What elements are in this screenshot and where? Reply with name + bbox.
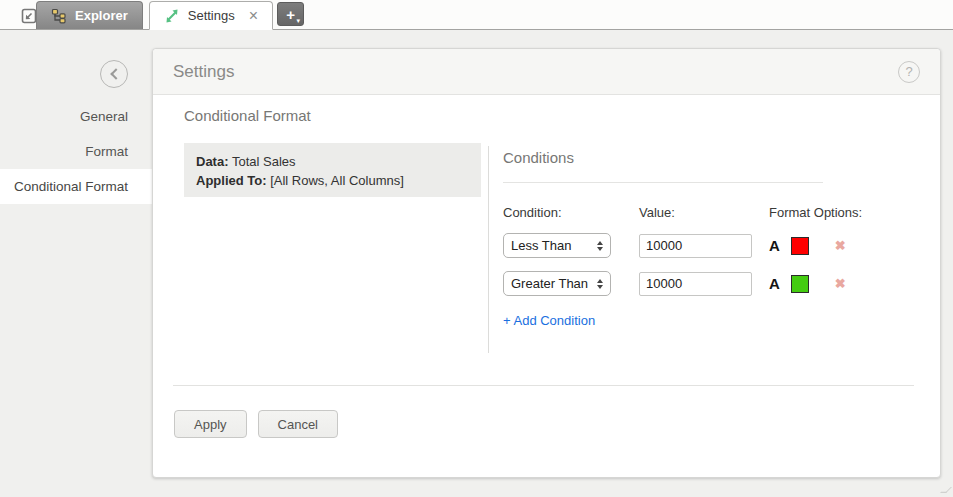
- summary-data-label: Data:: [196, 154, 229, 169]
- detach-window-icon: [21, 8, 37, 24]
- color-swatch[interactable]: [791, 237, 809, 255]
- delete-condition-icon[interactable]: ✖: [835, 238, 846, 253]
- back-button[interactable]: [100, 60, 128, 88]
- panel-header: Settings ?: [153, 49, 940, 95]
- settings-nav: General Format Conditional Format: [0, 99, 152, 204]
- add-condition-link[interactable]: + Add Condition: [503, 313, 913, 328]
- tab-bar: Explorer Settings × + ▾: [0, 0, 953, 30]
- chevron-down-icon: ▾: [297, 17, 301, 24]
- conditional-format-summary[interactable]: Data: Total Sales Applied To: [All Rows,…: [184, 143, 481, 197]
- detach-window-icon[interactable]: [20, 7, 37, 24]
- apply-button[interactable]: Apply: [174, 410, 247, 438]
- footer-divider: [173, 385, 914, 386]
- summary-applied-line: Applied To: [All Rows, All Columns]: [196, 171, 469, 190]
- close-tab-icon[interactable]: ×: [249, 8, 258, 24]
- condition-select[interactable]: Greater Than: [503, 271, 611, 296]
- sidebar-item-conditional-format[interactable]: Conditional Format: [0, 169, 152, 204]
- hierarchy-icon: [51, 8, 67, 24]
- page-title: Settings: [173, 62, 234, 82]
- value-cell: [639, 272, 769, 296]
- sidebar-item-format[interactable]: Format: [0, 134, 152, 169]
- conditions-title: Conditions: [503, 149, 913, 166]
- tab-settings-label: Settings: [188, 8, 235, 23]
- font-format-button[interactable]: A: [769, 237, 780, 254]
- condition-select[interactable]: Less Than: [503, 233, 611, 258]
- expand-arrows-icon: [164, 8, 180, 24]
- font-format-button[interactable]: A: [769, 275, 780, 292]
- value-cell: [639, 234, 769, 258]
- chevron-left-icon: [110, 68, 121, 79]
- conditions-grid: Condition: Value: Format Options: Less T…: [503, 205, 913, 296]
- footer-buttons: Apply Cancel: [174, 410, 338, 438]
- conditions-title-rule: [503, 182, 823, 183]
- cancel-button[interactable]: Cancel: [258, 410, 338, 438]
- select-stepper-icon: [597, 279, 603, 289]
- format-options-cell: A ✖: [769, 275, 913, 293]
- settings-panel: Settings ? Conditional Format Data: Tota…: [152, 48, 941, 478]
- value-column-label: Value:: [639, 205, 769, 220]
- vertical-divider: [488, 146, 489, 353]
- condition-value-input[interactable]: [639, 234, 752, 258]
- condition-value-input[interactable]: [639, 272, 752, 296]
- resize-handle-icon[interactable]: [940, 487, 952, 493]
- condition-select-value: Greater Than: [511, 276, 588, 291]
- conditions-section: Conditions Condition: Value: Format Opti…: [503, 149, 913, 328]
- condition-column-label: Condition:: [503, 205, 639, 220]
- select-stepper-icon: [597, 241, 603, 251]
- tab-explorer-label: Explorer: [75, 8, 128, 23]
- condition-select-value: Less Than: [511, 238, 571, 253]
- summary-applied-label: Applied To:: [196, 173, 267, 188]
- section-title: Conditional Format: [184, 107, 311, 124]
- summary-data-line: Data: Total Sales: [196, 152, 469, 171]
- plus-icon: +: [286, 7, 295, 22]
- help-icon[interactable]: ?: [898, 61, 920, 83]
- tab-explorer[interactable]: Explorer: [36, 1, 143, 29]
- summary-data-value: Total Sales: [232, 154, 296, 169]
- color-swatch[interactable]: [791, 275, 809, 293]
- tab-settings[interactable]: Settings ×: [149, 1, 273, 30]
- summary-applied-value: [All Rows, All Columns]: [270, 173, 404, 188]
- sidebar-item-general[interactable]: General: [0, 99, 152, 134]
- format-options-cell: A ✖: [769, 237, 913, 255]
- delete-condition-icon[interactable]: ✖: [835, 276, 846, 291]
- format-options-column-label: Format Options:: [769, 205, 913, 220]
- add-tab-button[interactable]: + ▾: [277, 2, 304, 26]
